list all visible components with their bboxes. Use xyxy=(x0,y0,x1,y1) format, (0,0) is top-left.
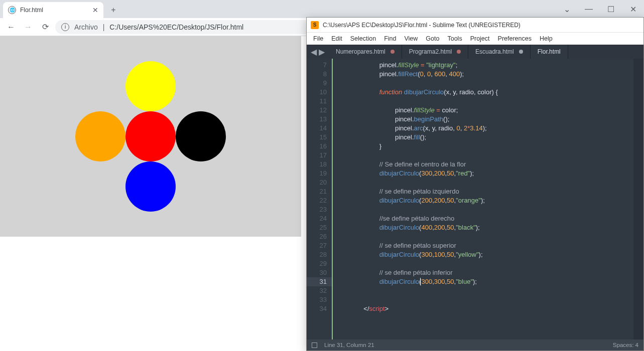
editor-tab[interactable]: Programa2.html xyxy=(402,45,468,59)
dirty-dot-icon xyxy=(391,50,395,54)
window-controls: ⌄ ― ☐ ✕ xyxy=(556,0,644,18)
line-number[interactable]: 30 xyxy=(307,268,327,277)
sublime-logo-icon: S xyxy=(311,21,319,29)
menu-project[interactable]: Project xyxy=(467,34,493,43)
canvas-circle xyxy=(125,111,176,161)
browser-viewport xyxy=(0,36,306,351)
menu-goto[interactable]: Goto xyxy=(422,34,443,43)
menu-help[interactable]: Help xyxy=(536,34,556,43)
maximize-button[interactable]: ☐ xyxy=(600,0,622,18)
canvas-output xyxy=(0,36,301,237)
line-number[interactable]: 18 xyxy=(307,160,327,169)
unsaved-dot-icon xyxy=(519,50,523,54)
menu-view[interactable]: View xyxy=(401,34,421,43)
dirty-dot-icon xyxy=(457,50,461,54)
status-spaces[interactable]: Spaces: 4 xyxy=(613,342,638,348)
line-number[interactable]: 17 xyxy=(307,151,327,160)
line-number[interactable]: 16 xyxy=(307,142,327,151)
line-number[interactable]: 32 xyxy=(307,286,327,295)
line-number[interactable]: 27 xyxy=(307,241,327,250)
minimap[interactable] xyxy=(633,59,643,339)
line-number[interactable]: 7 xyxy=(307,61,327,70)
canvas-circle xyxy=(125,61,176,111)
menu-find[interactable]: Find xyxy=(380,34,400,43)
sublime-editor[interactable]: 7891011121314151617181920212223242526272… xyxy=(307,59,643,339)
line-number[interactable]: 8 xyxy=(307,70,327,79)
line-number[interactable]: 26 xyxy=(307,232,327,241)
pane-next-icon[interactable]: ▶ xyxy=(319,47,325,57)
browser-tab[interactable]: 🌐 Flor.html ✕ xyxy=(3,2,103,18)
address-sep: | xyxy=(103,23,105,31)
browser-tab-title: Flor.html xyxy=(20,7,88,14)
line-number[interactable]: 19 xyxy=(307,169,327,178)
browser-tabstrip: 🌐 Flor.html ✕ + ⌄ ― ☐ ✕ xyxy=(0,0,644,18)
editor-tab[interactable]: Flor.html xyxy=(531,45,568,59)
menu-selection[interactable]: Selection xyxy=(347,34,379,43)
menu-edit[interactable]: Edit xyxy=(328,34,346,43)
address-scheme: Archivo xyxy=(74,23,98,31)
line-number[interactable]: 23 xyxy=(307,205,327,214)
status-checkbox[interactable] xyxy=(312,342,317,348)
status-cursor: Line 31, Column 21 xyxy=(324,342,374,348)
editor-tab-label: Escuadra.html xyxy=(475,48,514,55)
canvas-circle xyxy=(176,111,226,161)
line-number[interactable]: 10 xyxy=(307,88,327,97)
new-tab-button[interactable]: + xyxy=(106,3,120,17)
close-button[interactable]: ✕ xyxy=(622,0,644,18)
code-area[interactable]: pincel.fillStyle = "lightgray"; pincel.f… xyxy=(339,59,633,339)
line-number[interactable]: 25 xyxy=(307,223,327,232)
line-number[interactable]: 20 xyxy=(307,178,327,187)
line-number[interactable]: 14 xyxy=(307,124,327,133)
close-icon[interactable]: ✕ xyxy=(92,6,98,14)
editor-tab-label: Flor.html xyxy=(538,48,561,55)
line-number[interactable]: 28 xyxy=(307,250,327,259)
editor-tab[interactable]: Escuadra.html xyxy=(468,45,531,59)
minimize-button[interactable]: ― xyxy=(578,0,600,18)
info-icon: i xyxy=(61,23,69,31)
address-path: C:/Users/APS%20EC/Desktop/JS/Flor.html xyxy=(109,23,243,31)
fold-bar xyxy=(332,59,339,339)
sublime-window: S C:\Users\APS EC\Desktop\JS\Flor.html -… xyxy=(306,17,644,351)
sublime-title-text: C:\Users\APS EC\Desktop\JS\Flor.html - S… xyxy=(323,22,521,29)
line-gutter[interactable]: 7891011121314151617181920212223242526272… xyxy=(307,59,332,339)
line-number[interactable]: 13 xyxy=(307,115,327,124)
forward-button[interactable]: → xyxy=(21,20,35,34)
menu-file[interactable]: File xyxy=(310,34,327,43)
text-caret xyxy=(420,278,421,285)
canvas-circle xyxy=(125,161,176,212)
line-number[interactable]: 29 xyxy=(307,259,327,268)
line-number[interactable]: 31 xyxy=(307,277,332,286)
line-number[interactable]: 22 xyxy=(307,196,327,205)
line-number[interactable]: 12 xyxy=(307,106,327,115)
back-button[interactable]: ← xyxy=(4,20,18,34)
editor-tab[interactable]: Numeropares.html xyxy=(329,45,402,59)
globe-icon: 🌐 xyxy=(8,6,16,14)
menu-preferences[interactable]: Preferences xyxy=(494,34,535,43)
line-number[interactable]: 33 xyxy=(307,295,327,304)
chevron-down-icon[interactable]: ⌄ xyxy=(556,0,578,18)
line-number[interactable]: 34 xyxy=(307,304,327,313)
pane-prev-icon[interactable]: ◀ xyxy=(311,47,317,57)
line-number[interactable]: 21 xyxy=(307,187,327,196)
reload-button[interactable]: ⟳ xyxy=(38,20,52,34)
sublime-menubar: FileEditSelectionFindViewGotoToolsProjec… xyxy=(307,33,643,45)
canvas-circle xyxy=(75,111,125,161)
editor-tab-label: Numeropares.html xyxy=(336,48,385,55)
sublime-tabbar: ◀ ▶ Numeropares.htmlPrograma2.htmlEscuad… xyxy=(307,45,643,59)
line-number[interactable]: 9 xyxy=(307,79,327,88)
menu-tools[interactable]: Tools xyxy=(444,34,465,43)
line-number[interactable]: 15 xyxy=(307,133,327,142)
line-number[interactable]: 24 xyxy=(307,214,327,223)
sublime-titlebar[interactable]: S C:\Users\APS EC\Desktop\JS\Flor.html -… xyxy=(307,18,643,33)
sublime-statusbar: Line 31, Column 21 Spaces: 4 xyxy=(307,339,643,350)
line-number[interactable]: 11 xyxy=(307,97,327,106)
editor-tab-label: Programa2.html xyxy=(409,48,452,55)
